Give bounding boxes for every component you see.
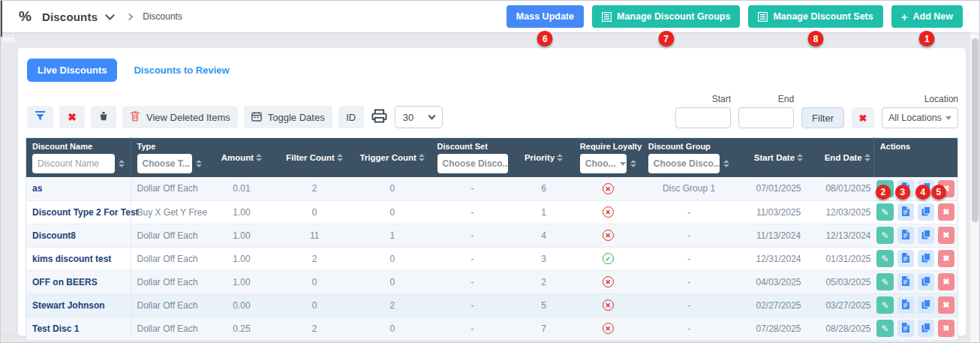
sort-icon[interactable]	[630, 160, 636, 167]
loyalty-filter-select[interactable]: Choo...	[580, 154, 627, 173]
delete-button[interactable]: ✖	[938, 320, 954, 337]
copy-button[interactable]	[918, 296, 934, 314]
details-button[interactable]	[897, 227, 914, 244]
delete-button[interactable]: ✖	[938, 296, 954, 314]
cell-priority: 5	[514, 293, 574, 317]
copy-button[interactable]	[918, 273, 934, 290]
edit-button[interactable]: ✎	[876, 296, 893, 314]
details-button[interactable]	[897, 273, 914, 290]
edit-button[interactable]: ✎	[876, 273, 893, 290]
details-button[interactable]	[897, 203, 914, 221]
cell-trigger-count: 0	[353, 200, 431, 224]
toggle-dates-button[interactable]: Toggle Dates	[244, 106, 332, 128]
filter-apply-button[interactable]: Filter	[801, 107, 844, 128]
vertical-scrollbar-track[interactable]	[969, 32, 979, 342]
end-date-input[interactable]	[738, 107, 794, 128]
loyalty-status-icon: ✕	[603, 230, 614, 241]
sort-icon[interactable]	[337, 154, 343, 161]
cell-require-loyalty: ✕	[574, 293, 642, 317]
sort-icon[interactable]	[419, 154, 425, 161]
cell-start-date: 07/28/2025	[735, 317, 821, 340]
sort-icon[interactable]	[797, 154, 803, 161]
delete-button[interactable]: ✖	[938, 250, 954, 267]
start-date-input[interactable]	[675, 107, 731, 128]
page-size-select[interactable]: 30	[395, 106, 443, 128]
sort-icon[interactable]	[557, 154, 563, 161]
discount-name-filter-input[interactable]	[32, 154, 115, 173]
funnel-solid-icon	[98, 111, 109, 124]
cell-filter-count: 2	[275, 247, 353, 270]
copy-button[interactable]	[918, 250, 934, 267]
tab-live-discounts[interactable]: Live Discounts	[27, 59, 117, 82]
percent-icon: %	[19, 8, 32, 25]
sort-icon[interactable]	[256, 154, 262, 161]
discount-set-filter-select[interactable]: Choose Disco...	[437, 154, 508, 173]
id-button[interactable]: ID	[338, 106, 364, 128]
sort-icon[interactable]	[864, 154, 870, 161]
edit-button[interactable]: ✎	[876, 227, 893, 244]
advanced-filter-button[interactable]	[91, 106, 116, 128]
cell-amount: 0.00	[208, 293, 276, 317]
end-date-label: End	[778, 94, 794, 104]
loyalty-status-icon: ✕	[603, 206, 614, 218]
x-icon: ✖	[942, 323, 949, 333]
sort-icon[interactable]	[723, 160, 729, 167]
edit-button[interactable]: ✎	[876, 250, 893, 267]
table-row: as Dollar Off Each 0.01 2 0 - 6 ✕ Disc G…	[26, 177, 958, 200]
cell-priority: 6	[514, 177, 574, 200]
col-priority[interactable]: Priority	[514, 138, 574, 178]
type-filter-select[interactable]: Choose T...	[137, 154, 192, 173]
cell-filter-count: 2	[275, 317, 353, 340]
filter-clear-button[interactable]: ✖	[852, 107, 874, 128]
copy-button[interactable]	[918, 227, 934, 244]
view-deleted-items-button[interactable]: View Deleted Items	[122, 106, 238, 128]
delete-button[interactable]: ✖	[938, 203, 954, 221]
discount-group-filter-select[interactable]: Choose Disco...	[648, 154, 720, 173]
manage-discount-sets-button[interactable]: Manage Discount Sets	[748, 5, 882, 28]
pencil-icon: ✎	[881, 207, 888, 218]
tab-discounts-to-review[interactable]: Discounts to Review	[134, 65, 229, 76]
col-trigger-count[interactable]: Trigger Count	[353, 138, 431, 178]
details-button[interactable]	[897, 296, 914, 314]
cell-trigger-count: 0	[353, 270, 431, 293]
col-start-date[interactable]: Start Date	[735, 138, 821, 178]
discounts-page: % Discounts Discounts Mass Update 6 Mana…	[0, 0, 980, 343]
location-select[interactable]: All Locations	[882, 107, 958, 128]
controls-row: ✖ View Deleted Items Toggle Dates ID	[26, 94, 958, 128]
col-filter-count[interactable]: Filter Count	[275, 138, 353, 178]
cell-require-loyalty: ✕	[574, 200, 642, 224]
cell-type: Dollar Off Each	[131, 293, 208, 317]
tabs: Live Discounts Discounts to Review	[27, 59, 958, 82]
cell-discount-group: Disc Group 1	[642, 177, 736, 200]
list-icon	[602, 12, 612, 22]
delete-button[interactable]: ✖	[938, 227, 954, 244]
details-button[interactable]	[897, 320, 914, 337]
copy-button[interactable]	[918, 203, 934, 221]
col-end-date[interactable]: End Date	[822, 138, 874, 178]
cell-actions: ✎ ✖	[873, 293, 957, 317]
horizontal-scrollbar-thumb[interactable]	[2, 332, 15, 340]
cell-amount: 1.00	[208, 270, 276, 293]
mass-update-button[interactable]: Mass Update	[507, 5, 584, 28]
cell-amount: 0.01	[208, 177, 276, 200]
cell-discount-name: Test Disc 1	[26, 317, 131, 340]
sort-icon[interactable]	[196, 160, 202, 167]
details-button[interactable]	[897, 250, 914, 267]
clear-filters-button[interactable]: ✖	[59, 106, 85, 128]
edit-button[interactable]: ✎	[876, 320, 893, 337]
cell-discount-name: Discount8	[26, 224, 131, 247]
chevron-down-icon[interactable]	[105, 11, 115, 20]
delete-button[interactable]: ✖	[938, 273, 954, 290]
sort-icon[interactable]	[119, 160, 125, 167]
edit-button[interactable]: ✎	[876, 203, 893, 221]
vertical-scrollbar-thumb[interactable]	[972, 38, 978, 222]
tour-badge-2: 2	[876, 185, 891, 200]
cell-discount-group: -	[642, 200, 736, 224]
filter-toggle-button[interactable]	[27, 106, 53, 128]
document-icon	[901, 276, 909, 288]
manage-discount-groups-button[interactable]: Manage Discount Groups	[592, 5, 740, 28]
print-button[interactable]	[370, 109, 389, 125]
col-amount[interactable]: Amount	[208, 138, 276, 178]
add-new-button[interactable]: + Add New	[891, 5, 963, 28]
copy-button[interactable]	[918, 320, 934, 337]
